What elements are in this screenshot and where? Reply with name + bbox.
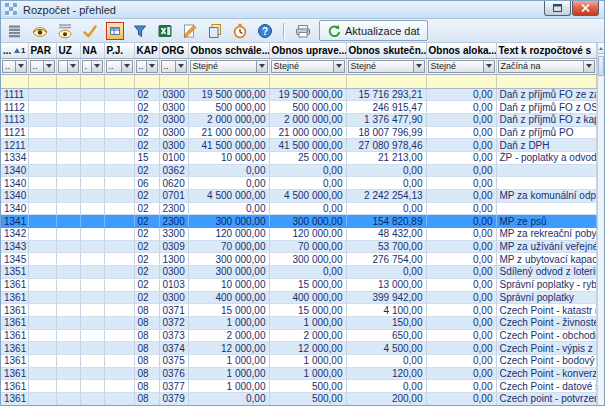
scroll-up-button[interactable]	[598, 43, 605, 54]
column-header-uz[interactable]: UZ	[56, 43, 80, 58]
print-icon[interactable]	[294, 22, 312, 40]
filter-combo-upraveny[interactable]: Stejné	[271, 60, 345, 73]
filter-combo-skutecny[interactable]: Stejné	[348, 60, 425, 73]
filter-combo-pj[interactable]: ..	[106, 60, 133, 73]
table-row[interactable]: 1341022300300 000,00300 000,00154 820,89…	[1, 215, 596, 228]
column-header-org[interactable]: ORG	[159, 43, 188, 58]
filter-combo-par[interactable]: ..	[30, 60, 55, 73]
filter-input-cell[interactable]	[56, 74, 80, 88]
filter-combo-code[interactable]: ..	[2, 60, 27, 73]
cell	[104, 126, 134, 139]
cell: Správní poplatky - rybá	[496, 278, 596, 291]
table-row[interactable]: 136108037412 000,0012 000,004 500,000,00…	[1, 342, 596, 355]
cell: 06	[134, 177, 159, 190]
filter-input-cell[interactable]	[188, 74, 269, 88]
filter-combo-na[interactable]: .	[82, 60, 103, 73]
budget-view-icon-active[interactable]	[106, 22, 124, 40]
edit-pencil-icon[interactable]	[181, 22, 199, 40]
table-row[interactable]: 134302030970 000,0070 000,0053 700,000,0…	[1, 240, 596, 253]
dropdown-button[interactable]	[43, 61, 54, 72]
dropdown-button[interactable]	[146, 61, 157, 72]
column-header-kap[interactable]: KAP	[134, 43, 159, 58]
table-row[interactable]: 133415010010 000,0025 000,0021 213,000,0…	[1, 151, 596, 164]
table-row[interactable]: 13400203620,000,000,000,00	[1, 164, 596, 177]
cell	[80, 228, 104, 241]
help-icon[interactable]: ?	[256, 22, 274, 40]
filter-input-cell[interactable]	[269, 74, 346, 88]
table-row[interactable]: 13400606200,000,000,000,00	[1, 177, 596, 190]
filter-combo-org[interactable]: ..	[161, 60, 187, 73]
dropdown-button[interactable]	[67, 61, 78, 72]
filter-input-cell[interactable]	[159, 74, 188, 88]
table-row[interactable]: 1351020300300 000,000,000,000,00Sdílený …	[1, 266, 596, 279]
dropdown-button[interactable]	[583, 61, 594, 72]
cell: 02	[134, 190, 159, 203]
refresh-button[interactable]: Aktualizace dat	[319, 20, 428, 41]
filter-input-cell[interactable]	[28, 74, 56, 88]
column-header-par[interactable]: PAR	[28, 43, 56, 58]
filter-combo-schvaleny[interactable]: Stejné	[190, 60, 268, 73]
dropdown-button[interactable]	[121, 61, 132, 72]
filter-combo-alokace[interactable]: Stejné	[428, 60, 495, 73]
column-header-text[interactable]: Text k rozpočtové s	[496, 43, 596, 58]
table-row[interactable]: 1112020300500 000,00500 000,00246 915,47…	[1, 101, 596, 114]
cell	[80, 342, 104, 355]
table-row[interactable]: 13400223000,000,000,000,00	[1, 202, 596, 215]
filter-input-cell[interactable]	[496, 74, 596, 88]
cell	[56, 316, 80, 329]
scrollbar-thumb[interactable]	[598, 56, 605, 76]
cell: 0,00	[426, 393, 496, 406]
filter-input-cell[interactable]	[346, 74, 426, 88]
preview-columns-icon[interactable]	[56, 22, 74, 40]
filter-funnel-icon[interactable]	[131, 22, 149, 40]
column-header-upraveny[interactable]: Obnos uprave...	[269, 43, 346, 58]
table-row[interactable]: 121102030041 500 000,0041 500 000,0027 0…	[1, 139, 596, 152]
filter-combo-text[interactable]: Začíná na	[498, 60, 595, 73]
cell: 15	[134, 151, 159, 164]
table-row[interactable]: 136102010310 000,0015 000,0013 000,000,0…	[1, 278, 596, 291]
table-row[interactable]: 1361020300400 000,00400 000,00399 942,00…	[1, 291, 596, 304]
filter-input-cell[interactable]	[426, 74, 496, 88]
table-row[interactable]: 112102030021 000 000,0021 000 000,0018 0…	[1, 126, 596, 139]
apply-check-icon[interactable]	[81, 22, 99, 40]
filter-input-cell[interactable]	[80, 74, 104, 88]
vertical-scrollbar[interactable]	[597, 43, 605, 406]
filter-input-cell[interactable]	[134, 74, 159, 88]
filter-combo-kap[interactable]: ..	[136, 60, 158, 73]
close-button[interactable]	[572, 1, 599, 16]
dropdown-button[interactable]	[91, 61, 102, 72]
rows-icon[interactable]	[6, 22, 24, 40]
filter-combo-uz[interactable]	[58, 60, 79, 73]
preview-eye-icon[interactable]	[31, 22, 49, 40]
filter-input-cell[interactable]	[1, 74, 28, 88]
table-row[interactable]: 13610803732 000,002 000,00650,000,00Czec…	[1, 329, 596, 342]
table-row[interactable]: 1342023300120 000,00120 000,0048 432,000…	[1, 228, 596, 241]
dropdown-button[interactable]	[15, 61, 26, 72]
table-row[interactable]: 1345021300300 000,00300 000,00276 754,00…	[1, 253, 596, 266]
table-row[interactable]: 13610803751 000,001 000,000,000,00Czech …	[1, 354, 596, 367]
column-header-skutecny[interactable]: Obnos skutečn...	[346, 43, 426, 58]
dropdown-button[interactable]	[175, 61, 186, 72]
dropdown-button[interactable]	[256, 61, 267, 72]
column-header-code[interactable]: ...1	[1, 43, 28, 58]
table-row[interactable]: 11130203002 000 000,002 000 000,001 376 …	[1, 113, 596, 126]
table-row[interactable]: 13400207014 500 000,004 500 000,002 242 …	[1, 190, 596, 203]
column-header-na[interactable]: NA	[80, 43, 104, 58]
copy-sheets-icon[interactable]	[206, 22, 224, 40]
column-header-schvaleny[interactable]: Obnos schvále...	[188, 43, 269, 58]
table-row[interactable]: 13610803721 000,001 000,00150,000,00Czec…	[1, 316, 596, 329]
excel-export-icon[interactable]	[156, 22, 174, 40]
table-row[interactable]: 13610803761 000,001 000,00120,000,00Czec…	[1, 367, 596, 380]
filter-input-cell[interactable]	[104, 74, 134, 88]
dropdown-button[interactable]	[483, 61, 494, 72]
dropdown-button[interactable]	[333, 61, 344, 72]
history-clock-icon[interactable]	[231, 22, 249, 40]
maximize-button[interactable]	[544, 1, 571, 16]
table-row[interactable]: 111102030019 500 000,0019 500 000,0015 7…	[1, 88, 596, 101]
table-row[interactable]: 13610803790,00500,00200,000,00Czech poin…	[1, 393, 596, 406]
column-header-pj[interactable]: P.J.	[104, 43, 134, 58]
table-row[interactable]: 136108037115 000,0015 000,004 100,000,00…	[1, 304, 596, 317]
table-row[interactable]: 13610803771 000,00500,000,000,00Czech Po…	[1, 380, 596, 393]
dropdown-button[interactable]	[413, 61, 424, 72]
column-header-alokace[interactable]: Obnos aloka...	[426, 43, 496, 58]
